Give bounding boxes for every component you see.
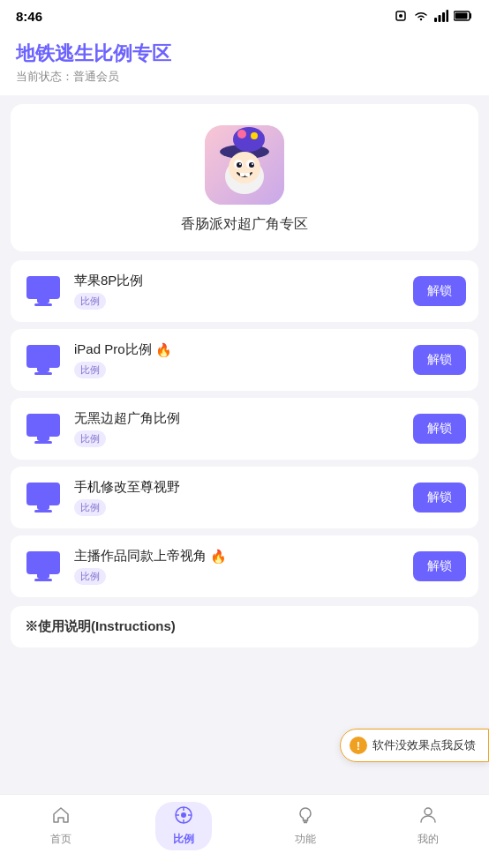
signal-icon bbox=[434, 10, 448, 22]
member-status: 当前状态：普通会员 bbox=[16, 69, 473, 85]
unlock-button-3[interactable]: 解锁 bbox=[413, 483, 466, 513]
person-icon bbox=[418, 805, 438, 829]
item-info-0: 苹果8P比例 比例 bbox=[74, 273, 402, 310]
bulb-icon bbox=[296, 805, 315, 829]
list-item: 无黑边超广角比例 比例 解锁 bbox=[11, 398, 478, 460]
bottom-nav: 首页 比例 功能 bbox=[0, 794, 489, 868]
monitor-icon-4 bbox=[23, 550, 64, 583]
hero-title: 香肠派对超广角专区 bbox=[181, 215, 308, 234]
item-tag-3: 比例 bbox=[74, 499, 106, 516]
instructions-title: ※使用说明(Instructions) bbox=[25, 618, 464, 635]
monitor-icon-1 bbox=[23, 343, 64, 377]
warning-icon: ! bbox=[350, 737, 367, 754]
nav-item-profile[interactable]: 我的 bbox=[400, 802, 456, 850]
compass-icon bbox=[174, 805, 193, 829]
hero-card: 香肠派对超广角专区 bbox=[11, 104, 478, 251]
svg-point-1 bbox=[399, 14, 402, 18]
item-name-4: 主播作品同款上帝视角 🔥 bbox=[74, 548, 402, 565]
unlock-button-4[interactable]: 解锁 bbox=[413, 551, 466, 581]
feedback-button[interactable]: ! 软件没效果点我反馈 bbox=[340, 729, 489, 762]
svg-rect-7 bbox=[455, 13, 468, 19]
svg-rect-5 bbox=[447, 10, 449, 22]
svg-point-24 bbox=[181, 812, 186, 818]
item-name-3: 手机修改至尊视野 bbox=[74, 479, 402, 496]
instructions-section: ※使用说明(Instructions) bbox=[11, 606, 478, 647]
list-item: iPad Pro比例 🔥 比例 解锁 bbox=[11, 329, 478, 391]
game-character-icon bbox=[205, 125, 284, 205]
monitor-icon-2 bbox=[23, 412, 64, 445]
svg-point-19 bbox=[239, 163, 241, 165]
monitor-icon-3 bbox=[23, 481, 64, 514]
svg-point-17 bbox=[237, 162, 242, 168]
monitor-icon-0 bbox=[23, 274, 64, 308]
fire-emoji-1: 🔥 bbox=[155, 342, 172, 358]
page-title: 地铁逃生比例专区 bbox=[16, 41, 473, 67]
svg-point-11 bbox=[233, 127, 265, 152]
svg-rect-3 bbox=[439, 15, 441, 22]
svg-rect-22 bbox=[245, 173, 250, 176]
item-tag-1: 比例 bbox=[74, 362, 106, 378]
item-tag-4: 比例 bbox=[74, 568, 106, 585]
nav-item-ratio[interactable]: 比例 bbox=[155, 802, 212, 850]
fire-emoji-4: 🔥 bbox=[210, 549, 227, 565]
unlock-button-1[interactable]: 解锁 bbox=[413, 345, 466, 375]
unlock-button-0[interactable]: 解锁 bbox=[413, 276, 466, 306]
nav-label-function: 功能 bbox=[295, 832, 316, 847]
status-time: 8:46 bbox=[16, 9, 42, 24]
status-icons bbox=[394, 9, 473, 23]
svg-point-31 bbox=[425, 808, 432, 815]
items-list: 苹果8P比例 比例 解锁 iPad Pro比例 🔥 比例 解锁 bbox=[11, 260, 478, 597]
hero-icon bbox=[205, 125, 284, 205]
svg-point-14 bbox=[229, 152, 260, 183]
item-info-2: 无黑边超广角比例 比例 bbox=[74, 410, 402, 447]
list-item: 手机修改至尊视野 比例 解锁 bbox=[11, 467, 478, 528]
item-info-4: 主播作品同款上帝视角 🔥 比例 bbox=[74, 548, 402, 585]
svg-point-20 bbox=[252, 163, 253, 165]
nav-item-home[interactable]: 首页 bbox=[33, 802, 89, 850]
notification-icon bbox=[394, 9, 408, 23]
svg-rect-4 bbox=[442, 12, 445, 22]
list-item: 苹果8P比例 比例 解锁 bbox=[11, 260, 478, 322]
item-tag-0: 比例 bbox=[74, 293, 106, 310]
home-icon bbox=[51, 805, 71, 829]
svg-rect-21 bbox=[240, 173, 244, 176]
status-bar: 8:46 bbox=[0, 0, 489, 32]
svg-point-13 bbox=[251, 132, 258, 139]
item-name-1: iPad Pro比例 🔥 bbox=[74, 341, 402, 358]
nav-item-function[interactable]: 功能 bbox=[277, 802, 334, 850]
svg-point-18 bbox=[249, 162, 254, 168]
header: 地铁逃生比例专区 当前状态：普通会员 bbox=[0, 32, 489, 95]
item-name-2: 无黑边超广角比例 bbox=[74, 410, 402, 427]
item-info-1: iPad Pro比例 🔥 比例 bbox=[74, 341, 402, 378]
list-item: 主播作品同款上帝视角 🔥 比例 解锁 bbox=[11, 535, 478, 597]
nav-label-profile: 我的 bbox=[418, 832, 439, 847]
svg-point-12 bbox=[237, 130, 246, 138]
feedback-label: 软件没效果点我反馈 bbox=[372, 737, 476, 753]
battery-icon bbox=[454, 11, 473, 21]
nav-label-ratio: 比例 bbox=[173, 832, 194, 847]
unlock-button-2[interactable]: 解锁 bbox=[413, 414, 466, 444]
wifi-icon bbox=[413, 10, 429, 22]
svg-rect-2 bbox=[434, 18, 437, 22]
item-tag-2: 比例 bbox=[74, 430, 106, 447]
item-info-3: 手机修改至尊视野 比例 bbox=[74, 479, 402, 516]
item-name-0: 苹果8P比例 bbox=[74, 273, 402, 289]
nav-label-home: 首页 bbox=[50, 832, 71, 847]
